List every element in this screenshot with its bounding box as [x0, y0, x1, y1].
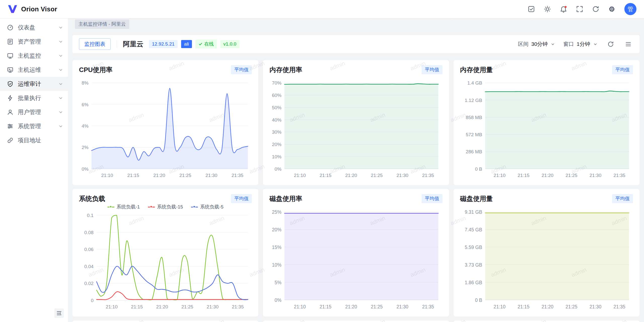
svg-text:21:10: 21:10 [494, 173, 505, 178]
svg-text:21:25: 21:25 [566, 304, 577, 309]
top-bar: Orion Visor 管 [0, 0, 644, 18]
chart-card-system-load: 系统负载平均值系统负载-1系统负载-15系统负载-500.020.040.060… [72, 189, 258, 316]
host-status-tag[interactable]: 在线 [195, 40, 217, 49]
window-select[interactable]: 窗口 1分钟 [563, 41, 598, 48]
svg-text:9.31 GB: 9.31 GB [465, 209, 482, 214]
orion-visor-logo-icon [8, 5, 18, 14]
docs-check-button[interactable] [525, 3, 537, 15]
watermark-text: admin [208, 18, 225, 20]
chart-card-memory-usage-rate: 内存使用率平均值0%10%20%30%40%50%60%70%21:1021:1… [263, 60, 449, 185]
chart-card-disk-usage-rate: 磁盘使用率平均值0%5%10%15%20%25%21:1021:1521:202… [263, 189, 449, 316]
svg-text:21:35: 21:35 [613, 173, 625, 178]
svg-text:5%: 5% [275, 280, 281, 285]
svg-text:1.86 GB: 1.86 GB [465, 280, 482, 285]
chart-layout-button[interactable] [623, 39, 633, 49]
svg-text:286 MB: 286 MB [466, 149, 482, 154]
svg-text:21:30: 21:30 [589, 304, 601, 309]
watermark-text: admin [530, 18, 547, 20]
chart-title: 磁盘使用量 [460, 194, 493, 203]
sidebar-item-label: 项目地址 [18, 136, 41, 144]
legend-marker-icon [148, 205, 155, 209]
svg-text:21:35: 21:35 [232, 304, 244, 309]
chevron-down-icon [593, 42, 598, 47]
watermark-text: admin [289, 18, 306, 20]
link-icon [7, 137, 14, 144]
sidebar: 仪表盘资产管理主机监控主机运维运维审计批量执行用户管理系统管理项目地址 [0, 18, 68, 322]
sidebar-collapse-button[interactable] [54, 308, 64, 318]
svg-text:21:15: 21:15 [131, 304, 143, 309]
svg-text:21:10: 21:10 [294, 304, 306, 309]
sidebar-item-assets[interactable]: 资产管理 [0, 34, 68, 49]
menu-icon [625, 41, 632, 48]
legend-item[interactable]: 系统负载-15 [148, 204, 183, 210]
svg-text:21:20: 21:20 [345, 304, 357, 309]
bell-icon [560, 5, 567, 13]
fullscreen-icon [576, 5, 583, 13]
svg-text:8%: 8% [82, 80, 89, 86]
legend-marker-icon [191, 205, 198, 209]
svg-text:21:35: 21:35 [613, 304, 625, 309]
sidebar-item-shield-check[interactable]: 运维审计 [0, 77, 68, 91]
refresh-charts-button[interactable] [606, 39, 615, 49]
legend-item[interactable]: 系统负载-1 [107, 204, 140, 210]
svg-text:3.73 GB: 3.73 GB [465, 262, 482, 267]
legend-item[interactable]: 系统负载-5 [191, 204, 223, 210]
svg-text:0 B: 0 B [475, 297, 482, 303]
host-alias-tag[interactable]: ali [181, 40, 192, 48]
svg-text:21:10: 21:10 [106, 304, 117, 309]
bolt-icon [7, 95, 14, 101]
svg-text:0%: 0% [275, 166, 281, 171]
svg-text:21:10: 21:10 [494, 304, 505, 309]
chart-title: 磁盘使用率 [269, 194, 302, 203]
chevron-down-icon [58, 25, 63, 30]
agent-version-tag[interactable]: v1.0.0 [220, 40, 239, 48]
sidebar-item-bolt[interactable]: 批量执行 [0, 91, 68, 105]
host-toolbar: 监控图表 阿里云 12.92.5.21 ali 在线 v1.0.0 区间 30分… [72, 35, 639, 53]
sidebar-item-host-ops[interactable]: 主机运维 [0, 63, 68, 77]
chart-card-disk-usage-amount: 磁盘使用量平均值0 B1.86 GB3.73 GB5.59 GB7.45 GB9… [454, 189, 639, 316]
svg-text:21:20: 21:20 [156, 304, 168, 309]
sidebar-item-user[interactable]: 用户管理 [0, 105, 68, 119]
sidebar-item-label: 主机监控 [18, 52, 41, 60]
interval-select[interactable]: 区间 30分钟 [518, 41, 555, 48]
monitor-chart-button[interactable]: 监控图表 [79, 38, 111, 50]
svg-text:0 B: 0 B [475, 166, 482, 171]
notifications-button[interactable] [557, 3, 570, 15]
breadcrumb[interactable]: 主机监控详情 - 阿里云 [75, 19, 129, 29]
host-ip-tag[interactable]: 12.92.5.21 [149, 40, 178, 48]
sidebar-item-host-monitor[interactable]: 主机监控 [0, 49, 68, 63]
host-ops-icon [7, 66, 14, 73]
refresh-button[interactable] [590, 3, 602, 15]
chevron-down-icon [58, 124, 63, 129]
chart-legend: 系统负载-1系统负载-15系统负载-5 [79, 204, 252, 210]
svg-text:0.06: 0.06 [84, 247, 94, 252]
avg-badge[interactable]: 平均值 [422, 65, 442, 74]
chart-plot-memory-usage-amount: 0 B286 MB572 MB858 MB1.12 GB1.4 GB21:102… [460, 79, 633, 181]
brand[interactable]: Orion Visor [8, 5, 57, 14]
svg-text:21:20: 21:20 [541, 304, 553, 309]
svg-text:15%: 15% [272, 244, 281, 250]
theme-toggle-button[interactable] [541, 3, 553, 15]
avg-badge[interactable]: 平均值 [231, 194, 252, 203]
sidebar-item-dashboard[interactable]: 仪表盘 [0, 20, 68, 34]
sidebar-item-sliders[interactable]: 系统管理 [0, 119, 68, 133]
avg-badge[interactable]: 平均值 [231, 65, 252, 74]
watermark-text: admin [450, 18, 467, 20]
sidebar-item-label: 系统管理 [18, 122, 41, 130]
svg-text:21:25: 21:25 [179, 173, 191, 178]
sidebar-item-link[interactable]: 项目地址 [0, 133, 68, 147]
settings-button[interactable] [606, 3, 618, 15]
avatar[interactable]: 管 [624, 3, 636, 15]
sun-icon [544, 5, 551, 13]
watermark-text: admin [611, 18, 628, 20]
chart-plot-cpu-usage: 0%2%4%6%8%21:1021:1521:2021:2521:3021:35 [79, 79, 252, 181]
svg-text:21:35: 21:35 [231, 173, 243, 178]
chevron-down-icon [58, 67, 63, 73]
fullscreen-button[interactable] [574, 3, 586, 15]
avg-badge[interactable]: 平均值 [612, 194, 633, 203]
svg-text:20%: 20% [272, 142, 281, 147]
refresh-icon [592, 5, 599, 13]
sidebar-item-label: 资产管理 [18, 38, 41, 46]
avg-badge[interactable]: 平均值 [422, 194, 442, 203]
avg-badge[interactable]: 平均值 [612, 65, 633, 74]
